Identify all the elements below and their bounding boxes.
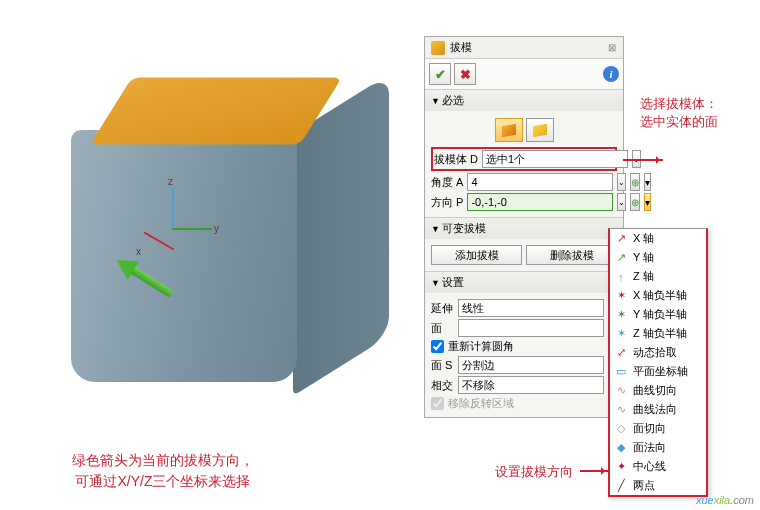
checkbox-recompute-input[interactable] [431, 340, 444, 353]
confirm-button[interactable]: ✔ [429, 63, 451, 85]
menu-item-2[interactable]: ↑Z 轴 [610, 267, 706, 286]
menu-item-label: Y 轴负半轴 [633, 307, 687, 322]
menu-item-icon: ▭ [614, 365, 628, 379]
axis-label-y: y [214, 223, 219, 234]
axis-label-z: z [168, 176, 173, 187]
callout-arrow-2 [580, 470, 608, 472]
callout-arrow-1 [623, 159, 663, 161]
panel-titlebar[interactable]: 拔模 ⊠ [425, 37, 623, 59]
angle-extra-button[interactable]: ⊕ [630, 173, 640, 191]
menu-item-label: 曲线切向 [633, 383, 677, 398]
draft-panel: 拔模 ⊠ ✔ ✖ i 必选 拔模体 D ⌄ 角度 A ⌄ ⊕ ▾ [424, 36, 624, 418]
direction-menu[interactable]: ↗X 轴↗Y 轴↑Z 轴✶X 轴负半轴✶Y 轴负半轴✶Z 轴负半轴⤢动态拾取▭平… [608, 228, 708, 497]
field-draft-body: 拔模体 D ⌄ [431, 147, 617, 171]
draft-mode-face-button[interactable] [526, 118, 554, 142]
menu-item-icon: ⤢ [614, 346, 628, 360]
checkbox-remove-reverse: 移除反转区域 [431, 396, 617, 411]
info-button[interactable]: i [603, 66, 619, 82]
menu-item-6[interactable]: ⤢动态拾取 [610, 343, 706, 362]
menu-item-icon: ↗ [614, 232, 628, 246]
label-recompute: 重新计算圆角 [448, 339, 514, 354]
input-face-s[interactable] [458, 356, 604, 374]
draft-icon [431, 41, 445, 55]
menu-item-9[interactable]: ∿曲线法向 [610, 400, 706, 419]
input-intersect[interactable] [458, 376, 604, 394]
menu-item-label: Z 轴负半轴 [633, 326, 687, 341]
section-header-settings[interactable]: 设置 [425, 272, 623, 293]
menu-item-12[interactable]: ✦中心线 [610, 457, 706, 476]
label-intersect: 相交 [431, 378, 454, 393]
input-face[interactable] [458, 319, 604, 337]
menu-item-icon: ∿ [614, 403, 628, 417]
menu-item-label: 面法向 [633, 440, 666, 455]
remove-draft-button[interactable]: 删除拔模 [526, 245, 617, 265]
menu-item-label: X 轴负半轴 [633, 288, 687, 303]
menu-item-icon: ◆ [614, 441, 628, 455]
add-draft-button[interactable]: 添加拔模 [431, 245, 522, 265]
dropdown-direction[interactable]: ⌄ [617, 193, 626, 211]
label-face-s: 面 S [431, 358, 454, 373]
field-direction: 方向 P ⌄ ⊕ ▾ [431, 193, 617, 211]
menu-item-label: Z 轴 [633, 269, 654, 284]
section-header-required[interactable]: 必选 [425, 90, 623, 111]
field-extend: 延伸 ⌄ [431, 299, 617, 317]
callout-set-direction: 设置拔模方向 [495, 463, 573, 481]
menu-item-icon: ↑ [614, 270, 628, 284]
direction-menu-button[interactable]: ▾ [644, 193, 651, 211]
caption-green-arrow: 绿色箭头为当前的拔模方向， 可通过X/Y/Z三个坐标来选择 [72, 450, 254, 492]
z-axis-icon [172, 188, 174, 228]
draft-mode-solid-button[interactable] [495, 118, 523, 142]
panel-title: 拔模 [450, 40, 472, 55]
direction-extra-button[interactable]: ⊕ [630, 193, 640, 211]
cube-top-face [90, 77, 342, 144]
menu-item-icon: ✦ [614, 460, 628, 474]
input-draft-body[interactable] [482, 150, 628, 168]
input-extend[interactable] [458, 299, 604, 317]
watermark: xuexila.com [696, 490, 754, 507]
menu-item-icon: ╱ [614, 479, 628, 493]
menu-item-0[interactable]: ↗X 轴 [610, 229, 706, 248]
dropdown-angle[interactable]: ⌄ [617, 173, 626, 191]
menu-item-7[interactable]: ▭平面坐标轴 [610, 362, 706, 381]
cancel-button[interactable]: ✖ [454, 63, 476, 85]
menu-item-label: 动态拾取 [633, 345, 677, 360]
label-angle: 角度 A [431, 175, 463, 190]
input-angle[interactable] [467, 173, 613, 191]
menu-item-1[interactable]: ↗Y 轴 [610, 248, 706, 267]
menu-item-label: Y 轴 [633, 250, 654, 265]
menu-item-icon: ✶ [614, 327, 628, 341]
axis-label-x: x [136, 246, 141, 257]
label-extend: 延伸 [431, 301, 454, 316]
menu-item-icon: ↗ [614, 251, 628, 265]
section-header-variable[interactable]: 可变拔模 [425, 218, 623, 239]
field-face-s: 面 S ⌄ [431, 356, 617, 374]
field-face: 面 ⌄ [431, 319, 617, 337]
callout-select-body: 选择拔模体： 选中实体的面 [640, 95, 718, 131]
menu-item-icon: ✶ [614, 308, 628, 322]
input-direction[interactable] [467, 193, 613, 211]
label-draft-body: 拔模体 D [434, 152, 478, 167]
close-icon[interactable]: ⊠ [608, 42, 617, 53]
menu-item-label: 中心线 [633, 459, 666, 474]
menu-item-10[interactable]: ◇面切向 [610, 419, 706, 438]
menu-item-label: X 轴 [633, 231, 654, 246]
menu-item-11[interactable]: ◆面法向 [610, 438, 706, 457]
3d-viewport[interactable]: z y x [0, 0, 420, 510]
section-required: 必选 拔模体 D ⌄ 角度 A ⌄ ⊕ ▾ 方向 P ⌄ [425, 90, 623, 218]
section-variable: 可变拔模 添加拔模 删除拔模 [425, 218, 623, 272]
menu-item-label: 平面坐标轴 [633, 364, 688, 379]
label-face: 面 [431, 321, 454, 336]
menu-item-3[interactable]: ✶X 轴负半轴 [610, 286, 706, 305]
section-settings: 设置 延伸 ⌄ 面 ⌄ 重新计算圆角 面 S ⌄ 相交 [425, 272, 623, 417]
menu-item-8[interactable]: ∿曲线切向 [610, 381, 706, 400]
draft-body-cube[interactable] [55, 60, 355, 390]
menu-item-13[interactable]: ╱两点 [610, 476, 706, 495]
y-axis-icon [172, 228, 212, 230]
menu-item-5[interactable]: ✶Z 轴负半轴 [610, 324, 706, 343]
angle-menu-button[interactable]: ▾ [644, 173, 651, 191]
checkbox-remove-reverse-input [431, 397, 444, 410]
action-bar: ✔ ✖ i [425, 59, 623, 90]
checkbox-recompute[interactable]: 重新计算圆角 [431, 339, 617, 354]
menu-item-icon: ∿ [614, 384, 628, 398]
menu-item-4[interactable]: ✶Y 轴负半轴 [610, 305, 706, 324]
